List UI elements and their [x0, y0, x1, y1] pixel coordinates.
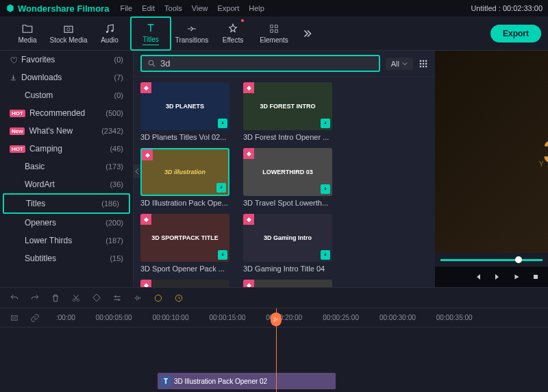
speed-icon[interactable]	[174, 293, 184, 303]
sidebar-item-recommended[interactable]: HOTRecommended(500)	[0, 104, 133, 122]
tab-effects[interactable]: Effects	[212, 16, 253, 51]
play-icon[interactable]	[512, 273, 521, 281]
premium-badge-icon: ◆	[142, 149, 153, 160]
card-thumbnail: ◆3D PLANETS	[140, 82, 229, 130]
title-card[interactable]: ◆3D SPORTPACK TITLE3D Sport Opener Pack …	[140, 214, 229, 273]
tab-elements[interactable]: Elements	[253, 16, 295, 51]
svg-rect-10	[423, 60, 424, 61]
download-icon[interactable]	[321, 250, 330, 260]
more-icon[interactable]	[301, 27, 314, 40]
adjust-icon[interactable]	[112, 293, 122, 303]
premium-badge-icon: ◆	[243, 148, 254, 159]
menu-export[interactable]: Export	[217, 4, 239, 12]
menu-file[interactable]: File	[120, 4, 132, 12]
titles-grid: ◆3D PLANETS3D Planets Titles Vol 02...◆3…	[134, 77, 435, 287]
title-card[interactable]: ◆YOUR TITLE	[140, 280, 229, 287]
card-label: 3D Planets Titles Vol 02...	[140, 133, 229, 141]
sidebar-item-downloads[interactable]: Downloads(7)	[0, 69, 133, 86]
effects-icon	[227, 23, 239, 35]
sidebar-item-whatsnew[interactable]: NewWhat's New(2342)	[0, 122, 133, 140]
sidebar-item-openers[interactable]: Openers(200)	[0, 214, 133, 232]
download-icon[interactable]	[218, 250, 227, 260]
music-icon	[103, 23, 116, 35]
title-card[interactable]: ◆LOWERTHIRD 033D Travel Spot Lowerth...	[243, 148, 332, 207]
delete-icon[interactable]	[51, 293, 60, 303]
redo-icon[interactable]	[30, 293, 40, 303]
svg-point-21	[155, 295, 161, 301]
card-thumbnail: ◆	[243, 280, 332, 287]
tab-titles[interactable]: Titles	[130, 16, 171, 51]
svg-rect-0	[64, 26, 73, 32]
card-label: 3D Travel Spot Lowerth...	[243, 199, 332, 207]
search-row: All	[134, 51, 435, 77]
logo-icon	[5, 3, 15, 13]
svg-rect-5	[275, 25, 278, 28]
timeline-clip[interactable]: T 3D Illustration Pack Opener 02	[158, 373, 336, 389]
svg-rect-14	[425, 62, 427, 64]
title-card[interactable]: ◆3D Gaming Intro3D Gaming Intro Title 04	[243, 214, 332, 273]
next-frame-icon[interactable]	[493, 273, 501, 281]
sidebar-item-favorites[interactable]: Favorites(0)	[0, 51, 133, 69]
time-ruler: :00:0000:00:05:0000:00:10:0000:00:15:000…	[56, 314, 473, 321]
download-icon	[10, 74, 17, 82]
tab-transitions[interactable]: Transitions	[171, 16, 212, 51]
cut-icon[interactable]	[71, 293, 81, 303]
download-icon[interactable]	[218, 119, 227, 128]
title-card[interactable]: ◆	[243, 280, 332, 287]
search-input[interactable]	[160, 58, 373, 69]
sidebar-item-camping[interactable]: HOTCamping(46)	[0, 140, 133, 158]
tab-stock-media[interactable]: Stock Media	[48, 16, 89, 51]
sidebar-item-lowerthirds[interactable]: Lower Thirds(187)	[0, 232, 133, 249]
card-thumbnail: ◆3D Gaming Intro	[243, 214, 332, 262]
title-card[interactable]: ◆3D FOREST INTRO3D Forest Intro Opener .…	[243, 82, 332, 141]
menu-help[interactable]: Help	[249, 4, 264, 12]
card-label: 3D Sport Opener Pack ...	[140, 265, 229, 273]
title-clip-icon: T	[160, 376, 171, 387]
svg-point-2	[106, 31, 108, 33]
app-logo: Wondershare Filmora	[5, 3, 109, 14]
color-icon[interactable]	[153, 293, 163, 303]
menu-view[interactable]: View	[192, 4, 208, 12]
sidebar-item-custom[interactable]: Custom(0)	[0, 86, 133, 104]
card-label: 3D Gaming Intro Title 04	[243, 265, 332, 273]
playhead[interactable]	[276, 308, 277, 392]
sidebar-item-subtitles[interactable]: Subtitles(15)	[0, 249, 133, 267]
title-card[interactable]: ◆3D PLANETS3D Planets Titles Vol 02...	[140, 82, 229, 141]
download-icon[interactable]	[321, 184, 330, 194]
slider-thumb[interactable]	[515, 256, 522, 263]
link-icon[interactable]	[30, 313, 40, 323]
menu-edit[interactable]: Edit	[142, 4, 155, 12]
stop-icon[interactable]	[532, 273, 540, 281]
timeline[interactable]: T 3D Illustration Pack Opener 02	[0, 327, 548, 392]
title-card[interactable]: ◆3D illustration3D Illustration Pack Ope…	[140, 148, 229, 207]
folder-icon	[21, 23, 34, 35]
export-button[interactable]: Export	[490, 25, 541, 42]
track-icon[interactable]	[10, 313, 19, 323]
card-label: 3D Illustration Pack Ope...	[140, 199, 229, 207]
grid-view-icon[interactable]	[419, 59, 428, 69]
audio-edit-icon[interactable]	[133, 293, 142, 303]
playhead-handle[interactable]	[271, 313, 282, 326]
download-icon[interactable]	[216, 183, 226, 193]
tab-audio[interactable]: Audio	[89, 16, 130, 51]
collapse-handle[interactable]	[134, 164, 140, 178]
edit-toolbar	[0, 287, 548, 308]
sidebar-item-titles[interactable]: Titles(186)	[3, 193, 130, 214]
svg-rect-13	[423, 62, 424, 64]
filter-dropdown[interactable]: All	[386, 58, 413, 70]
card-thumbnail: ◆YOUR TITLE	[140, 280, 229, 287]
sidebar-item-wordart[interactable]: WordArt(36)	[0, 175, 133, 193]
search-box[interactable]	[140, 55, 380, 72]
svg-rect-12	[420, 62, 421, 64]
project-title: Untitled : 00:02:33:00	[471, 4, 543, 12]
prev-frame-icon[interactable]	[474, 273, 482, 281]
preview-slider[interactable]	[435, 253, 548, 267]
download-icon[interactable]	[321, 119, 330, 128]
heart-icon	[10, 56, 17, 64]
sidebar-item-basic[interactable]: Basic(173)	[0, 158, 133, 175]
tab-media[interactable]: Media	[7, 16, 48, 51]
svg-rect-16	[423, 65, 424, 66]
undo-icon[interactable]	[10, 293, 19, 303]
menu-tools[interactable]: Tools	[164, 4, 182, 12]
tag-icon[interactable]	[92, 293, 101, 303]
